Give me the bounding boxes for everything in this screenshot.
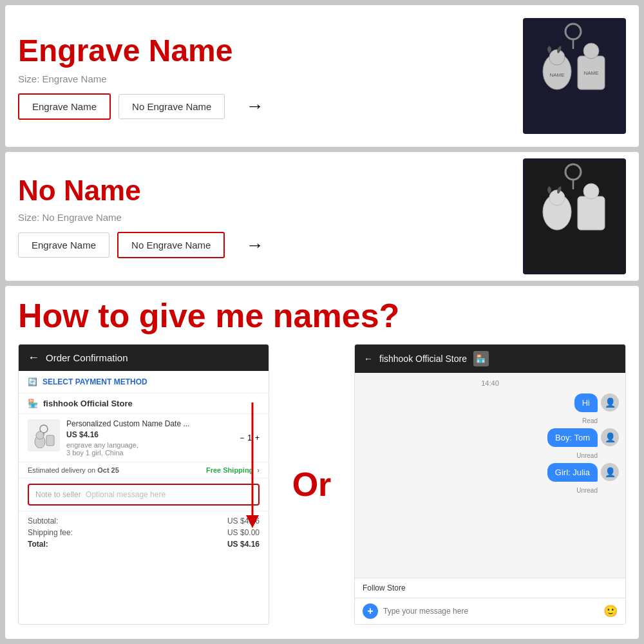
chat-message-input[interactable] (383, 607, 598, 616)
chat-unread-status-2: Unread (361, 487, 598, 494)
chat-avatar-2: 👤 (601, 428, 619, 446)
keychain-svg-2 (525, 160, 625, 273)
note-to-seller-box[interactable]: Note to seller Optional message here (28, 484, 260, 506)
section2-buttons: Engrave Name No Engrave Name → (18, 232, 523, 258)
chat-bubble-hi: Hi (574, 393, 598, 412)
chat-bubble-girl: Girl: Julia (547, 463, 598, 482)
chat-time: 14:40 (361, 379, 619, 387)
totals-section: Subtotal: US $4.16 Shipping fee: US $0.0… (19, 511, 269, 554)
chat-panel: ← fishhook Official Store 🏪 14:40 Hi 👤 R… (354, 344, 626, 625)
svg-text:NAME: NAME (549, 72, 564, 78)
chat-store-name: fishhook Official Store (379, 354, 467, 364)
chat-back-arrow[interactable]: ← (364, 354, 373, 364)
no-engrave-name-button-1[interactable]: No Engrave Name (118, 94, 225, 119)
subtotal-row: Subtotal: US $4.16 (28, 516, 260, 526)
order-back-arrow[interactable]: ← (28, 351, 39, 365)
shipping-label: Shipping fee: (28, 528, 73, 537)
product-info: Personalized Custom Name Date ... US $4.… (66, 419, 233, 457)
product-thumbnail (28, 419, 60, 451)
total-value: US $4.16 (227, 540, 260, 549)
chat-bubble-boy: Boy: Tom (547, 428, 598, 447)
total-row: Total: US $4.16 (28, 540, 260, 549)
svg-marker-23 (246, 515, 259, 528)
section1-size-label: Size: Engrave Name (18, 73, 523, 84)
note-label: Note to seller (35, 490, 81, 499)
product-price: US $4.16 (66, 430, 233, 439)
product-desc1: engrave any language, (66, 441, 233, 449)
how-title: How to give me names? (18, 296, 626, 335)
section2-size-label: Size: No Engrave Name (18, 212, 523, 223)
product-thumb-svg (31, 422, 57, 448)
red-arrow-svg (243, 402, 262, 531)
chat-body: 14:40 Hi 👤 Read Boy: Tom 👤 Unread (355, 373, 625, 578)
order-header-title: Order Confirmation (46, 352, 128, 363)
svg-point-20 (36, 431, 44, 439)
total-label: Total: (28, 540, 48, 549)
svg-point-15 (583, 184, 599, 199)
section2-left: No Name Size: No Engrave Name Engrave Na… (18, 175, 523, 258)
delivery-row: Estimated delivery on Oct 25 Free Shippi… (19, 462, 269, 478)
chat-read-status: Read (361, 417, 598, 424)
keychain-svg-1: NAME NAME (525, 20, 625, 133)
note-placeholder: Optional message here (86, 490, 166, 499)
chat-emoji-button[interactable]: 🙂 (603, 604, 618, 618)
section2-title: No Name (18, 175, 523, 207)
shipping-row: Shipping fee: US $0.00 (28, 528, 260, 537)
chat-input-row: + 🙂 (355, 598, 625, 624)
svg-point-7 (583, 43, 599, 59)
chat-message-boy-row: Boy: Tom 👤 (361, 428, 619, 447)
arrow-right-icon-2: → (245, 235, 263, 256)
section-no-name: No Name Size: No Engrave Name Engrave Na… (5, 152, 639, 281)
section1-buttons: Engrave Name No Engrave Name → (18, 93, 523, 120)
product-desc2: 3 boy 1 girl, China (66, 449, 233, 457)
store-section: 🏪 fishhook Official Store (19, 393, 269, 414)
payment-label: SELECT PAYMENT METHOD (43, 377, 147, 386)
engrave-name-button-1[interactable]: Engrave Name (18, 93, 111, 120)
svg-point-4 (549, 50, 565, 65)
svg-rect-14 (578, 196, 605, 230)
section1-left: Engrave Name Size: Engrave Name Engrave … (18, 33, 523, 120)
section-how-to: How to give me names? ← Order Confirmati… (5, 286, 639, 639)
section1-title: Engrave Name (18, 33, 523, 68)
payment-icon: 🔄 (28, 377, 37, 386)
chat-plus-button[interactable]: + (363, 603, 378, 619)
chat-message-hi-row: Hi 👤 (361, 393, 619, 412)
product-row: Personalized Custom Name Date ... US $4.… (19, 414, 269, 462)
order-body: 🔄 SELECT PAYMENT METHOD 🏪 fishhook Offic… (19, 371, 269, 554)
product-name: Personalized Custom Name Date ... (66, 419, 233, 428)
order-confirmation-panel: ← Order Confirmation 🔄 SELECT PAYMENT ME… (18, 344, 269, 625)
section3-content: ← Order Confirmation 🔄 SELECT PAYMENT ME… (18, 344, 626, 625)
chat-header: ← fishhook Official Store 🏪 (355, 345, 625, 373)
note-section: Note to seller Optional message here (19, 478, 269, 511)
order-header: ← Order Confirmation (19, 345, 269, 371)
svg-rect-0 (525, 20, 625, 133)
product-image-1: NAME NAME (523, 18, 626, 134)
follow-store-label: Follow Store (355, 578, 625, 598)
chat-message-girl-row: Girl: Julia 👤 (361, 463, 619, 482)
svg-rect-9 (525, 160, 625, 273)
svg-text:NAME: NAME (583, 70, 598, 76)
no-engrave-name-button-2[interactable]: No Engrave Name (117, 232, 225, 258)
chat-unread-status-1: Unread (361, 452, 598, 459)
subtotal-label: Subtotal: (28, 516, 58, 526)
chat-avatar-3: 👤 (601, 463, 619, 481)
product-image-2 (523, 158, 626, 274)
or-text: Or (279, 344, 344, 625)
store-icon: 🏪 (28, 399, 38, 408)
chat-store-icon: 🏪 (473, 351, 489, 366)
arrow-right-icon-1: → (245, 96, 263, 117)
delivery-label: Estimated delivery on Oct 25 (28, 466, 119, 474)
store-name: fishhook Official Store (43, 399, 133, 408)
engrave-name-button-2[interactable]: Engrave Name (18, 232, 109, 258)
main-container: Engrave Name Size: Engrave Name Engrave … (0, 0, 644, 644)
payment-section: 🔄 SELECT PAYMENT METHOD (19, 371, 269, 393)
chat-avatar-1: 👤 (601, 393, 619, 412)
section-engrave-name: Engrave Name Size: Engrave Name Engrave … (5, 5, 639, 147)
svg-point-13 (549, 190, 565, 205)
svg-rect-21 (46, 435, 54, 446)
